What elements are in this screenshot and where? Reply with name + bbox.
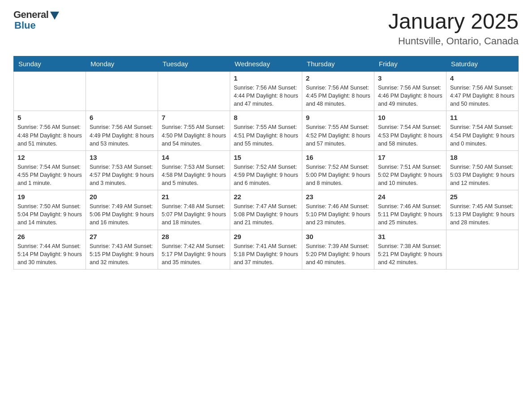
day-info: Sunrise: 7:53 AM Sunset: 4:58 PM Dayligh… xyxy=(162,163,226,187)
day-number: 1 xyxy=(234,74,298,82)
weekday-header-monday: Monday xyxy=(86,56,158,72)
day-number: 28 xyxy=(162,233,226,240)
day-info: Sunrise: 7:56 AM Sunset: 4:46 PM Dayligh… xyxy=(378,84,442,108)
weekday-header-wednesday: Wednesday xyxy=(230,56,302,72)
calendar-cell xyxy=(158,72,230,111)
calendar-cell: 30Sunrise: 7:39 AM Sunset: 5:20 PM Dayli… xyxy=(302,230,374,269)
day-info: Sunrise: 7:43 AM Sunset: 5:15 PM Dayligh… xyxy=(90,242,154,266)
day-number: 23 xyxy=(306,193,370,201)
day-info: Sunrise: 7:47 AM Sunset: 5:08 PM Dayligh… xyxy=(234,202,298,227)
day-number: 24 xyxy=(378,193,442,201)
calendar-cell: 31Sunrise: 7:38 AM Sunset: 5:21 PM Dayli… xyxy=(374,230,446,269)
day-info: Sunrise: 7:44 AM Sunset: 5:14 PM Dayligh… xyxy=(17,242,82,266)
day-number: 8 xyxy=(234,114,298,121)
day-number: 3 xyxy=(378,74,442,82)
day-number: 25 xyxy=(450,193,515,201)
day-number: 9 xyxy=(306,114,370,121)
day-info: Sunrise: 7:56 AM Sunset: 4:45 PM Dayligh… xyxy=(306,84,370,108)
calendar-cell: 2Sunrise: 7:56 AM Sunset: 4:45 PM Daylig… xyxy=(302,72,374,111)
day-number: 5 xyxy=(17,114,82,121)
weekday-header-tuesday: Tuesday xyxy=(158,56,230,72)
calendar-week-4: 26Sunrise: 7:44 AM Sunset: 5:14 PM Dayli… xyxy=(14,230,519,269)
day-number: 2 xyxy=(306,74,370,82)
day-number: 27 xyxy=(90,233,154,240)
calendar-cell: 13Sunrise: 7:53 AM Sunset: 4:57 PM Dayli… xyxy=(86,150,158,190)
day-info: Sunrise: 7:55 AM Sunset: 4:50 PM Dayligh… xyxy=(162,123,226,147)
calendar-cell: 16Sunrise: 7:52 AM Sunset: 5:00 PM Dayli… xyxy=(302,150,374,190)
calendar-header: SundayMondayTuesdayWednesdayThursdayFrid… xyxy=(14,56,519,72)
logo-blue-text: Blue xyxy=(14,20,36,31)
calendar-cell: 9Sunrise: 7:55 AM Sunset: 4:52 PM Daylig… xyxy=(302,111,374,150)
day-number: 17 xyxy=(378,154,442,161)
day-info: Sunrise: 7:50 AM Sunset: 5:04 PM Dayligh… xyxy=(17,202,82,227)
weekday-header-saturday: Saturday xyxy=(446,56,519,72)
day-number: 10 xyxy=(378,114,442,121)
day-number: 31 xyxy=(378,233,442,240)
day-info: Sunrise: 7:39 AM Sunset: 5:20 PM Dayligh… xyxy=(306,242,370,266)
day-info: Sunrise: 7:52 AM Sunset: 4:59 PM Dayligh… xyxy=(234,163,298,187)
day-number: 21 xyxy=(162,193,226,201)
calendar-week-2: 12Sunrise: 7:54 AM Sunset: 4:55 PM Dayli… xyxy=(14,150,519,190)
calendar-cell: 20Sunrise: 7:49 AM Sunset: 5:06 PM Dayli… xyxy=(86,190,158,230)
day-number: 20 xyxy=(90,193,154,201)
day-number: 11 xyxy=(450,114,515,121)
day-info: Sunrise: 7:53 AM Sunset: 4:57 PM Dayligh… xyxy=(90,163,154,187)
calendar-cell: 17Sunrise: 7:51 AM Sunset: 5:02 PM Dayli… xyxy=(374,150,446,190)
calendar-cell: 14Sunrise: 7:53 AM Sunset: 4:58 PM Dayli… xyxy=(158,150,230,190)
day-info: Sunrise: 7:56 AM Sunset: 4:44 PM Dayligh… xyxy=(234,84,298,108)
weekday-header-row: SundayMondayTuesdayWednesdayThursdayFrid… xyxy=(14,56,519,72)
day-number: 15 xyxy=(234,154,298,161)
calendar-cell: 21Sunrise: 7:48 AM Sunset: 5:07 PM Dayli… xyxy=(158,190,230,230)
day-number: 13 xyxy=(90,154,154,161)
day-info: Sunrise: 7:46 AM Sunset: 5:10 PM Dayligh… xyxy=(306,202,370,227)
day-number: 14 xyxy=(162,154,226,161)
logo-general-text: General xyxy=(13,9,48,21)
calendar-cell: 24Sunrise: 7:46 AM Sunset: 5:11 PM Dayli… xyxy=(374,190,446,230)
day-info: Sunrise: 7:50 AM Sunset: 5:03 PM Dayligh… xyxy=(450,163,515,187)
calendar-cell: 29Sunrise: 7:41 AM Sunset: 5:18 PM Dayli… xyxy=(230,230,302,269)
weekday-header-thursday: Thursday xyxy=(302,56,374,72)
day-info: Sunrise: 7:55 AM Sunset: 4:52 PM Dayligh… xyxy=(306,123,370,147)
day-info: Sunrise: 7:54 AM Sunset: 4:55 PM Dayligh… xyxy=(17,163,82,187)
day-number: 29 xyxy=(234,233,298,240)
calendar-cell: 10Sunrise: 7:54 AM Sunset: 4:53 PM Dayli… xyxy=(374,111,446,150)
day-info: Sunrise: 7:56 AM Sunset: 4:48 PM Dayligh… xyxy=(17,123,82,147)
day-info: Sunrise: 7:49 AM Sunset: 5:06 PM Dayligh… xyxy=(90,202,154,227)
calendar-cell: 4Sunrise: 7:56 AM Sunset: 4:47 PM Daylig… xyxy=(446,72,519,111)
day-info: Sunrise: 7:54 AM Sunset: 4:53 PM Dayligh… xyxy=(378,123,442,147)
day-info: Sunrise: 7:41 AM Sunset: 5:18 PM Dayligh… xyxy=(234,242,298,266)
day-info: Sunrise: 7:46 AM Sunset: 5:11 PM Dayligh… xyxy=(378,202,442,227)
weekday-header-friday: Friday xyxy=(374,56,446,72)
calendar-table: SundayMondayTuesdayWednesdayThursdayFrid… xyxy=(13,56,519,270)
calendar-cell xyxy=(446,230,519,269)
day-info: Sunrise: 7:54 AM Sunset: 4:54 PM Dayligh… xyxy=(450,123,515,147)
day-info: Sunrise: 7:55 AM Sunset: 4:51 PM Dayligh… xyxy=(234,123,298,147)
day-info: Sunrise: 7:45 AM Sunset: 5:13 PM Dayligh… xyxy=(450,202,515,227)
weekday-header-sunday: Sunday xyxy=(14,56,86,72)
page-header: General Blue January 2025 Huntsville, On… xyxy=(13,9,519,47)
calendar-cell: 26Sunrise: 7:44 AM Sunset: 5:14 PM Dayli… xyxy=(14,230,86,269)
calendar-cell: 27Sunrise: 7:43 AM Sunset: 5:15 PM Dayli… xyxy=(86,230,158,269)
day-number: 4 xyxy=(450,74,515,82)
calendar-cell: 12Sunrise: 7:54 AM Sunset: 4:55 PM Dayli… xyxy=(14,150,86,190)
day-number: 22 xyxy=(234,193,298,201)
location-title: Huntsville, Ontario, Canada xyxy=(388,35,519,47)
logo-triangle-icon xyxy=(50,12,59,20)
calendar-cell: 15Sunrise: 7:52 AM Sunset: 4:59 PM Dayli… xyxy=(230,150,302,190)
calendar-cell: 7Sunrise: 7:55 AM Sunset: 4:50 PM Daylig… xyxy=(158,111,230,150)
month-title: January 2025 xyxy=(388,9,519,34)
day-info: Sunrise: 7:48 AM Sunset: 5:07 PM Dayligh… xyxy=(162,202,226,227)
day-info: Sunrise: 7:56 AM Sunset: 4:49 PM Dayligh… xyxy=(90,123,154,147)
calendar-week-3: 19Sunrise: 7:50 AM Sunset: 5:04 PM Dayli… xyxy=(14,190,519,230)
day-number: 12 xyxy=(17,154,82,161)
day-info: Sunrise: 7:42 AM Sunset: 5:17 PM Dayligh… xyxy=(162,242,226,266)
calendar-cell: 23Sunrise: 7:46 AM Sunset: 5:10 PM Dayli… xyxy=(302,190,374,230)
calendar-cell xyxy=(14,72,86,111)
calendar-cell: 25Sunrise: 7:45 AM Sunset: 5:13 PM Dayli… xyxy=(446,190,519,230)
day-info: Sunrise: 7:52 AM Sunset: 5:00 PM Dayligh… xyxy=(306,163,370,187)
day-number: 30 xyxy=(306,233,370,240)
day-number: 18 xyxy=(450,154,515,161)
calendar-cell: 8Sunrise: 7:55 AM Sunset: 4:51 PM Daylig… xyxy=(230,111,302,150)
calendar-cell: 1Sunrise: 7:56 AM Sunset: 4:44 PM Daylig… xyxy=(230,72,302,111)
day-info: Sunrise: 7:56 AM Sunset: 4:47 PM Dayligh… xyxy=(450,84,515,108)
